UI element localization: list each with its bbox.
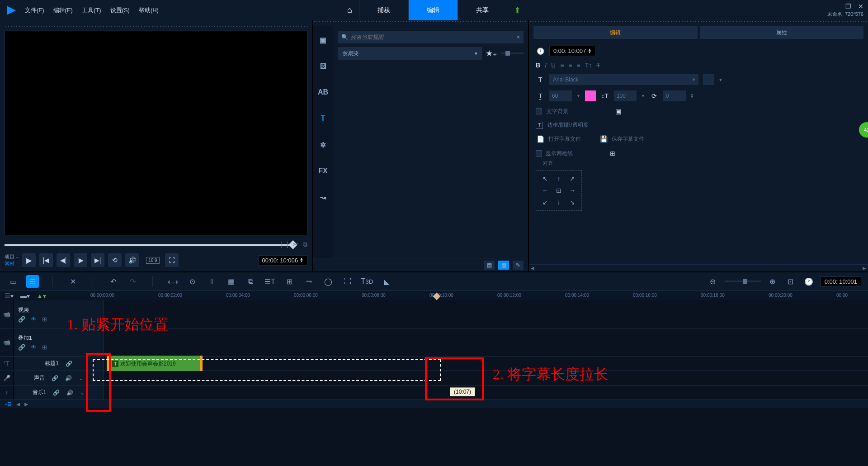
3d-title-icon[interactable]: T3D [361,275,373,288]
tracking-icon[interactable]: ◯ [322,275,335,288]
toolbar-timecode[interactable]: 0:00: 10:001 [821,276,861,287]
align-mc[interactable]: ⊡ [553,186,564,195]
text-color-swatch[interactable] [585,90,596,101]
scroll-right-icon[interactable]: ▶ [24,401,28,407]
undo-button[interactable]: ↶ [107,275,119,288]
zoom-out-icon[interactable]: ⊖ [707,275,719,288]
underline-button[interactable]: U [551,62,556,69]
panel-grip[interactable] [529,20,868,24]
zoom-slider[interactable] [725,281,761,282]
tab-share[interactable]: 共享 [458,0,507,20]
title-track-icon[interactable]: ᵀT [0,357,14,371]
panel-grip[interactable] [5,25,307,29]
menu-file[interactable]: 文件(F) [25,6,44,14]
align-tc[interactable]: ↑ [553,174,564,183]
mark-out-icon[interactable]: ] [287,241,288,248]
track-menu-icon[interactable]: ☰▾ [5,292,14,300]
ruler-track[interactable]: 00:00:00:00 00:00:02:00 00:00:04:00 00:0… [90,291,868,300]
record-icon[interactable]: ⊙ [186,275,198,288]
open-subtitle-label[interactable]: 打开字幕文件 [548,135,581,143]
go-start-button[interactable]: |◀ [39,253,53,267]
overlay-track-content[interactable] [104,328,868,356]
bold-button[interactable]: B [536,62,540,69]
save-subtitle-icon[interactable]: 💾 [599,134,608,143]
timeline-scrollbar[interactable]: +☰ ◀ ▶ [0,400,868,408]
duration-input[interactable]: 0:00: 10:007▲▼ [549,46,595,56]
tools-icon[interactable]: ✕ [66,275,79,288]
mixer-icon[interactable]: ⫴ [205,275,218,288]
open-subtitle-icon[interactable]: 📄 [536,134,545,143]
menu-settings[interactable]: 设置(S) [110,6,130,14]
prev-frame-button[interactable]: ◀| [57,253,70,267]
scroll-left-icon[interactable]: ◀ [531,266,534,271]
link-icon[interactable]: 🔗 [53,390,60,396]
voice-track-content[interactable] [104,371,868,385]
search-clear-icon[interactable]: × [517,34,520,40]
align-left-button[interactable]: ≡ [560,62,564,69]
add-favorite-icon[interactable]: ★₊ [486,48,497,58]
title-t-icon[interactable]: T [316,112,330,125]
timeline-view-icon[interactable]: ☰ [26,275,39,288]
link-icon[interactable]: 🔗 [66,361,72,367]
split-icon[interactable]: ✂ [293,241,298,248]
italic-button[interactable]: I [545,62,547,69]
add-track-icon[interactable]: +☰ [5,401,12,407]
preview-screen[interactable] [5,31,307,235]
link-icon[interactable]: 🔗 [52,375,58,381]
lock-icon[interactable]: ⊞ [42,344,47,351]
volume-button[interactable]: 🔊 [125,253,139,267]
link-icon[interactable]: 🔗 [18,344,25,351]
text-direction-button[interactable]: T̶ [596,62,600,69]
title-track-content[interactable]: T 欢迎使用会声会影2019 [104,357,868,371]
link-icon[interactable]: 🔗 [18,316,25,323]
video-track-icon[interactable]: 📹 [0,300,14,328]
align-mr[interactable]: → [567,186,578,195]
align-br[interactable]: ↘ [567,198,578,207]
aspect-ratio[interactable]: 16:9 [146,257,159,264]
auto-music-icon[interactable]: ▦ [225,275,237,288]
text-bg-settings-icon[interactable]: ▣ [613,107,623,116]
scroll-right-icon[interactable]: ▶ [863,266,866,271]
leading-input[interactable]: 100 [614,90,637,101]
vertical-text-button[interactable]: T↕ [585,62,592,69]
align-tl[interactable]: ↖ [540,174,551,183]
music-track-content[interactable] [104,385,868,399]
menu-help[interactable]: 帮助(H) [139,6,159,14]
menu-tools[interactable]: 工具(T) [82,6,101,14]
scrub-track[interactable] [5,244,294,246]
volume-icon[interactable]: 🔊 [66,390,73,396]
lock-icon[interactable]: ⊞ [42,316,47,323]
tab-edit[interactable]: 编辑 [408,0,458,20]
overlay-track-icon[interactable]: 📹 [0,328,14,356]
rotation-input[interactable]: 0 [663,90,686,101]
redo-button[interactable]: ↷ [126,275,139,288]
media-tab-icon[interactable]: ▣ [316,33,330,47]
fit-project-icon[interactable]: ⊡ [784,275,797,288]
font-color-swatch[interactable] [703,74,714,85]
go-end-button[interactable]: ▶| [91,253,104,267]
mute-icon[interactable]: 👁 [31,344,37,351]
expand-icon[interactable]: ⌄ [79,375,83,381]
text-bg-checkbox[interactable] [536,108,542,114]
volume-icon[interactable]: 🔊 [65,375,72,381]
minimize-button[interactable]: — [832,3,839,10]
graphics-tab-icon[interactable]: ✲ [316,138,330,152]
paths-tab-icon[interactable]: ↝ [316,190,330,204]
zoom-in-icon[interactable]: ⊕ [766,275,779,288]
transitions-tab-icon[interactable]: ⚄ [316,59,330,73]
align-bc[interactable]: ↓ [553,198,564,207]
tab-home[interactable]: ⌂ [340,0,359,20]
marker-icon[interactable]: ▲▾ [37,292,46,300]
clip-mode-label[interactable]: 素材 – [5,260,19,267]
project-mode-label[interactable]: 项目 – [5,253,19,260]
mute-icon[interactable]: 👁 [31,316,37,323]
panel-grip[interactable] [313,20,528,24]
upload-icon[interactable]: ⬆ [507,5,528,15]
grid-settings-icon[interactable]: ⊞ [608,149,617,158]
tab-capture[interactable]: 捕获 [359,0,408,20]
title-ab-icon[interactable]: AB [316,86,330,99]
align-right-button[interactable]: ≡ [576,62,580,69]
list-view-icon[interactable]: ▤ [484,261,495,270]
fx-tab-icon[interactable]: FX [316,164,330,178]
menu-edit[interactable]: 编辑(E) [53,6,73,14]
